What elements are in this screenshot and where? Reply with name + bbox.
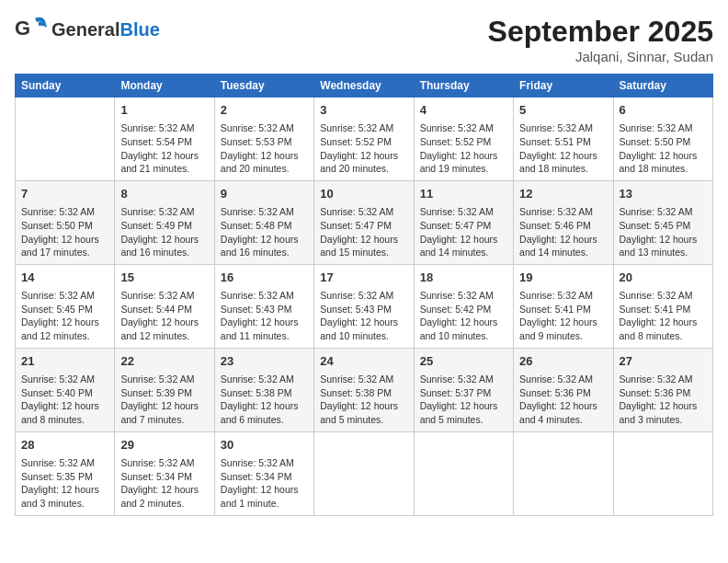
day-info: Sunrise: 5:32 AM Sunset: 5:37 PM Dayligh… xyxy=(420,373,507,427)
calendar-cell: 5Sunrise: 5:32 AM Sunset: 5:51 PM Daylig… xyxy=(514,98,613,181)
day-number: 28 xyxy=(21,437,108,454)
day-number: 8 xyxy=(120,186,208,202)
column-header-friday: Friday xyxy=(514,75,613,98)
calendar-cell: 10Sunrise: 5:32 AM Sunset: 5:47 PM Dayli… xyxy=(314,180,414,264)
calendar-cell: 29Sunrise: 5:32 AM Sunset: 5:34 PM Dayli… xyxy=(115,431,214,515)
calendar-cell: 26Sunrise: 5:32 AM Sunset: 5:36 PM Dayli… xyxy=(514,348,613,431)
day-number: 7 xyxy=(21,186,108,202)
calendar-cell: 20Sunrise: 5:32 AM Sunset: 5:41 PM Dayli… xyxy=(613,264,712,348)
calendar-cell: 25Sunrise: 5:32 AM Sunset: 5:37 PM Dayli… xyxy=(414,348,513,431)
calendar-cell xyxy=(314,431,414,515)
svg-text:G: G xyxy=(15,17,30,40)
calendar-cell xyxy=(613,431,712,515)
day-info: Sunrise: 5:32 AM Sunset: 5:40 PM Dayligh… xyxy=(21,373,108,427)
day-info: Sunrise: 5:32 AM Sunset: 5:50 PM Dayligh… xyxy=(21,205,108,259)
calendar-cell: 28Sunrise: 5:32 AM Sunset: 5:35 PM Dayli… xyxy=(16,431,115,515)
calendar-cell: 14Sunrise: 5:32 AM Sunset: 5:45 PM Dayli… xyxy=(16,264,115,348)
day-info: Sunrise: 5:32 AM Sunset: 5:43 PM Dayligh… xyxy=(221,289,308,343)
day-number: 4 xyxy=(420,102,507,119)
day-number: 12 xyxy=(519,186,607,202)
day-number: 29 xyxy=(120,437,208,454)
day-number: 5 xyxy=(519,102,607,119)
calendar-cell: 1Sunrise: 5:32 AM Sunset: 5:54 PM Daylig… xyxy=(115,98,214,181)
calendar-cell: 22Sunrise: 5:32 AM Sunset: 5:39 PM Dayli… xyxy=(115,348,214,431)
day-number: 3 xyxy=(320,102,407,119)
logo-icon: G xyxy=(15,15,48,44)
day-number: 17 xyxy=(320,270,407,286)
day-info: Sunrise: 5:32 AM Sunset: 5:50 PM Dayligh… xyxy=(620,121,707,176)
calendar-cell: 7Sunrise: 5:32 AM Sunset: 5:50 PM Daylig… xyxy=(16,180,115,264)
day-number: 15 xyxy=(120,270,208,286)
location: Jalqani, Sinnar, Sudan xyxy=(488,49,713,64)
week-row-3: 14Sunrise: 5:32 AM Sunset: 5:45 PM Dayli… xyxy=(16,264,713,348)
day-info: Sunrise: 5:32 AM Sunset: 5:47 PM Dayligh… xyxy=(320,205,407,259)
day-number: 16 xyxy=(221,270,308,286)
day-number: 2 xyxy=(221,102,308,119)
calendar-cell: 13Sunrise: 5:32 AM Sunset: 5:45 PM Dayli… xyxy=(613,180,712,264)
day-number: 11 xyxy=(420,186,507,202)
calendar-cell: 15Sunrise: 5:32 AM Sunset: 5:44 PM Dayli… xyxy=(115,264,214,348)
calendar-cell: 2Sunrise: 5:32 AM Sunset: 5:53 PM Daylig… xyxy=(214,98,313,181)
day-info: Sunrise: 5:32 AM Sunset: 5:43 PM Dayligh… xyxy=(320,289,407,343)
day-info: Sunrise: 5:32 AM Sunset: 5:52 PM Dayligh… xyxy=(420,121,507,176)
calendar-cell xyxy=(514,431,613,515)
day-number: 23 xyxy=(221,353,308,370)
calendar-cell: 12Sunrise: 5:32 AM Sunset: 5:46 PM Dayli… xyxy=(514,180,613,264)
column-header-wednesday: Wednesday xyxy=(314,75,414,98)
column-header-monday: Monday xyxy=(115,75,214,98)
title-block: September 2025 Jalqani, Sinnar, Sudan xyxy=(488,15,713,64)
header-row: SundayMondayTuesdayWednesdayThursdayFrid… xyxy=(16,75,713,98)
calendar-cell: 6Sunrise: 5:32 AM Sunset: 5:50 PM Daylig… xyxy=(613,98,712,181)
day-info: Sunrise: 5:32 AM Sunset: 5:51 PM Dayligh… xyxy=(519,121,607,176)
calendar-cell: 3Sunrise: 5:32 AM Sunset: 5:52 PM Daylig… xyxy=(314,98,414,181)
day-number: 25 xyxy=(420,353,507,370)
page-header: G GeneralBlue September 2025 Jalqani, Si… xyxy=(15,15,713,64)
day-info: Sunrise: 5:32 AM Sunset: 5:34 PM Dayligh… xyxy=(120,456,208,511)
day-info: Sunrise: 5:32 AM Sunset: 5:54 PM Dayligh… xyxy=(120,121,208,176)
column-header-thursday: Thursday xyxy=(414,75,513,98)
day-info: Sunrise: 5:32 AM Sunset: 5:52 PM Dayligh… xyxy=(320,121,407,176)
day-number: 1 xyxy=(120,102,208,119)
day-info: Sunrise: 5:32 AM Sunset: 5:41 PM Dayligh… xyxy=(519,289,607,343)
calendar-cell: 11Sunrise: 5:32 AM Sunset: 5:47 PM Dayli… xyxy=(414,180,513,264)
day-info: Sunrise: 5:32 AM Sunset: 5:41 PM Dayligh… xyxy=(620,289,707,343)
calendar-cell: 27Sunrise: 5:32 AM Sunset: 5:36 PM Dayli… xyxy=(613,348,712,431)
day-info: Sunrise: 5:32 AM Sunset: 5:45 PM Dayligh… xyxy=(21,289,108,343)
day-number: 27 xyxy=(620,353,707,370)
calendar-cell: 9Sunrise: 5:32 AM Sunset: 5:48 PM Daylig… xyxy=(214,180,313,264)
day-info: Sunrise: 5:32 AM Sunset: 5:49 PM Dayligh… xyxy=(120,205,208,259)
day-info: Sunrise: 5:32 AM Sunset: 5:38 PM Dayligh… xyxy=(221,373,308,427)
calendar-cell: 4Sunrise: 5:32 AM Sunset: 5:52 PM Daylig… xyxy=(414,98,513,181)
column-header-tuesday: Tuesday xyxy=(214,75,313,98)
day-number: 26 xyxy=(519,353,607,370)
day-number: 6 xyxy=(620,102,707,119)
day-info: Sunrise: 5:32 AM Sunset: 5:39 PM Dayligh… xyxy=(120,373,208,427)
day-number: 21 xyxy=(21,353,108,370)
day-number: 19 xyxy=(519,270,607,286)
calendar-cell: 18Sunrise: 5:32 AM Sunset: 5:42 PM Dayli… xyxy=(414,264,513,348)
week-row-2: 7Sunrise: 5:32 AM Sunset: 5:50 PM Daylig… xyxy=(16,180,713,264)
day-number: 22 xyxy=(120,353,208,370)
calendar-cell: 8Sunrise: 5:32 AM Sunset: 5:49 PM Daylig… xyxy=(115,180,214,264)
calendar-cell: 21Sunrise: 5:32 AM Sunset: 5:40 PM Dayli… xyxy=(16,348,115,431)
calendar-table: SundayMondayTuesdayWednesdayThursdayFrid… xyxy=(15,74,713,516)
logo: G GeneralBlue xyxy=(15,15,160,44)
day-info: Sunrise: 5:32 AM Sunset: 5:48 PM Dayligh… xyxy=(221,205,308,259)
month-title: September 2025 xyxy=(488,15,713,49)
day-number: 30 xyxy=(221,437,308,454)
day-number: 10 xyxy=(320,186,407,202)
calendar-cell: 24Sunrise: 5:32 AM Sunset: 5:38 PM Dayli… xyxy=(314,348,414,431)
day-number: 13 xyxy=(620,186,707,202)
column-header-saturday: Saturday xyxy=(613,75,712,98)
calendar-cell: 17Sunrise: 5:32 AM Sunset: 5:43 PM Dayli… xyxy=(314,264,414,348)
day-info: Sunrise: 5:32 AM Sunset: 5:53 PM Dayligh… xyxy=(221,121,308,176)
week-row-1: 1Sunrise: 5:32 AM Sunset: 5:54 PM Daylig… xyxy=(16,98,713,181)
week-row-4: 21Sunrise: 5:32 AM Sunset: 5:40 PM Dayli… xyxy=(16,348,713,431)
day-number: 24 xyxy=(320,353,407,370)
calendar-cell xyxy=(414,431,513,515)
logo-blue: Blue xyxy=(119,19,159,40)
day-info: Sunrise: 5:32 AM Sunset: 5:36 PM Dayligh… xyxy=(519,373,607,427)
day-info: Sunrise: 5:32 AM Sunset: 5:42 PM Dayligh… xyxy=(420,289,507,343)
day-info: Sunrise: 5:32 AM Sunset: 5:47 PM Dayligh… xyxy=(420,205,507,259)
day-info: Sunrise: 5:32 AM Sunset: 5:35 PM Dayligh… xyxy=(21,456,108,511)
